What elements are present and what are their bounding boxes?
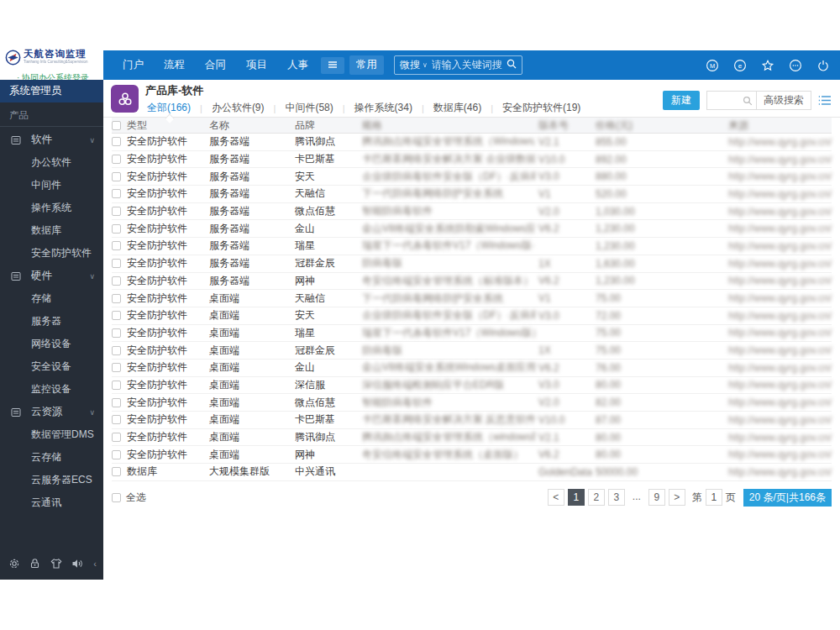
tab-1[interactable]: 办公软件(9): [210, 101, 266, 115]
row-checkbox[interactable]: [112, 207, 121, 216]
nav-item-0[interactable]: 门户: [115, 55, 151, 76]
sidebar-group-2[interactable]: 云资源∨: [0, 401, 103, 423]
table-row[interactable]: 安全防护软件桌面端微点佰慧智能防病毒软件V2.082.00http://www.…: [112, 394, 832, 412]
row-checkbox[interactable]: [112, 433, 121, 442]
page-button-9[interactable]: 9: [648, 489, 665, 506]
table-row[interactable]: 安全防护软件桌面端卡巴斯基卡巴斯基网络安全解决方案 反恶意软件CN（桌面版·KL…: [112, 412, 832, 429]
row-checkbox[interactable]: [112, 363, 121, 372]
sidebar-item-2-2[interactable]: 云服务器ECS: [0, 469, 103, 491]
sidebar-item-2-3[interactable]: 云通讯: [0, 491, 103, 514]
table-row[interactable]: 安全防护软件桌面端安天企业级防病毒软件安全版（DF）·反病毒版V3.072.00…: [112, 307, 832, 325]
table-row[interactable]: 安全防护软件服务器端卡巴斯基卡巴斯基网络安全解决方案 企业级数据中心防护CN.团…: [112, 151, 832, 169]
table-row[interactable]: 安全防护软件服务器端瑞星瑞星下一代杀毒软件V17（Windows版·标准版本）1…: [112, 238, 832, 255]
global-search[interactable]: 微搜∨ 请输入关键词搜: [394, 55, 522, 75]
table-row[interactable]: 安全防护软件桌面端金山金山V8终端安全系统Windows桌面应用版V6.276.…: [112, 360, 832, 377]
settings-gear-icon[interactable]: [8, 558, 20, 570]
row-checkbox[interactable]: [112, 346, 121, 355]
row-checkbox[interactable]: [112, 155, 121, 164]
table-row[interactable]: 安全防护软件桌面端网神奇安信终端安全管理系统（桌面版）V6.280.00http…: [112, 446, 832, 464]
nav-item-4[interactable]: 人事: [280, 55, 316, 76]
new-button[interactable]: 新建: [663, 91, 700, 110]
theme-shirt-icon[interactable]: [50, 558, 62, 570]
row-checkbox[interactable]: [112, 172, 121, 181]
sidebar-item-0-1[interactable]: 中间件: [0, 174, 103, 197]
row-checkbox[interactable]: [112, 241, 121, 250]
tab-3[interactable]: 操作系统(34): [353, 101, 414, 115]
row-checkbox[interactable]: [112, 311, 121, 320]
cell-version: V2.0: [535, 206, 592, 218]
sidebar-item-1-1[interactable]: 服务器: [0, 310, 103, 333]
tab-2[interactable]: 中间件(58): [283, 101, 334, 115]
nav-item-3[interactable]: 项目: [239, 55, 275, 76]
sidebar-item-1-0[interactable]: 存储: [0, 287, 103, 310]
nav-item-2[interactable]: 合同: [197, 55, 234, 76]
table-row[interactable]: 安全防护软件服务器端冠群金辰防病毒版1X1,630.00http://www.q…: [112, 255, 832, 273]
sidebar-group-0[interactable]: 软件∨: [0, 129, 103, 151]
sound-speaker-icon[interactable]: [71, 558, 84, 570]
sidebar-group-1[interactable]: 硬件∨: [0, 265, 103, 287]
favorite-star-icon[interactable]: [761, 59, 774, 72]
table-row[interactable]: 安全防护软件桌面端深信服深信服终端检测响应平台EDR版V3.080.00http…: [112, 377, 832, 395]
row-checkbox[interactable]: [112, 137, 121, 146]
m-app-icon[interactable]: M: [706, 59, 719, 72]
search-input[interactable]: 请输入关键词搜: [432, 58, 502, 72]
collapse-chevron-icon[interactable]: ‹: [93, 559, 97, 569]
table-row[interactable]: 安全防护软件桌面端腾讯御点腾讯御点终端安全管理系统（windows版）V2.1V…: [112, 429, 832, 447]
header-checkbox[interactable]: [112, 121, 121, 130]
page-button-1[interactable]: 1: [568, 489, 585, 506]
table-row[interactable]: 安全防护软件服务器端网神奇安信终端安全管理系统（标准版本）V6.21,230.0…: [112, 273, 832, 291]
row-checkbox[interactable]: [112, 415, 121, 424]
next-page-button[interactable]: >: [669, 489, 685, 506]
page-button-3[interactable]: 3: [608, 489, 625, 506]
filter-search-input[interactable]: [707, 92, 756, 109]
sidebar-item-0-0[interactable]: 办公软件: [0, 151, 103, 174]
sidebar-item-1-4[interactable]: 监控设备: [0, 378, 103, 401]
sidebar-item-1-3[interactable]: 安全设备: [0, 355, 103, 378]
row-checkbox[interactable]: [112, 450, 121, 459]
row-checkbox[interactable]: [112, 276, 121, 286]
jump-page-input[interactable]: 1: [706, 489, 722, 506]
advanced-search-button[interactable]: 高级搜索: [756, 92, 811, 109]
tab-0[interactable]: 全部(166): [145, 101, 192, 115]
table-row[interactable]: 安全防护软件桌面端瑞星瑞星下一代杀毒软件V17（Windows版）75.00ht…: [112, 325, 832, 343]
e-message-icon[interactable]: e: [733, 59, 747, 72]
sidebar-item-0-3[interactable]: 数据库: [0, 219, 103, 242]
row-checkbox[interactable]: [112, 398, 121, 407]
row-checkbox[interactable]: [112, 259, 121, 268]
page-button-2[interactable]: 2: [588, 489, 605, 506]
tab-5[interactable]: 安全防护软件(19): [501, 101, 582, 115]
table-row[interactable]: 安全防护软件服务器端腾讯御点腾讯御点终端安全管理系统（Windows版）V2.1…: [112, 134, 832, 151]
cell-source: http://www.qyrg.gov.cn/t/jrg/: [725, 344, 832, 356]
search-scope-dropdown[interactable]: 微搜∨: [400, 58, 428, 72]
search-icon[interactable]: [507, 59, 517, 71]
page-size-button[interactable]: 20 条/页|共166条: [743, 489, 832, 507]
row-checkbox[interactable]: [112, 328, 121, 338]
table-row[interactable]: 安全防护软件桌面端冠群金辰防病毒版1X75.00http://www.qyrg.…: [112, 342, 832, 360]
row-checkbox[interactable]: [112, 294, 121, 303]
table-row[interactable]: 安全防护软件服务器端微点佰慧智能防病毒软件V2.01,030.00http://…: [112, 203, 832, 221]
nav-more-button[interactable]: [321, 57, 344, 74]
select-all-checkbox[interactable]: [112, 493, 121, 502]
list-view-icon[interactable]: [818, 95, 832, 106]
tab-4[interactable]: 数据库(46): [432, 101, 483, 115]
nav-item-1[interactable]: 流程: [156, 55, 192, 76]
more-dots-icon[interactable]: [789, 59, 802, 72]
sidebar-item-0-4[interactable]: 安全防护软件: [0, 242, 103, 265]
table-row[interactable]: 安全防护软件服务器端金山金山V8终端安全系统防勒索Windows应用版本V6.2…: [112, 220, 832, 238]
row-checkbox[interactable]: [112, 467, 121, 476]
prev-page-button[interactable]: <: [548, 489, 564, 506]
sidebar-item-2-0[interactable]: 数据管理DMS: [0, 423, 103, 446]
table-row[interactable]: 数据库大规模集群版中兴通讯GoldenData s…50000.00http:/…: [112, 464, 832, 481]
sidebar-item-1-2[interactable]: 网络设备: [0, 333, 103, 355]
table-row[interactable]: 安全防护软件服务器端安天企业级防病毒软件安全版（DF）·反病毒防护版V3.088…: [112, 168, 832, 186]
nav-item-pinned[interactable]: 常用: [349, 55, 384, 75]
table-row[interactable]: 安全防护软件服务器端天融信下一代防病毒网络防护安全系统V1520.00http:…: [112, 186, 832, 203]
sidebar-item-0-2[interactable]: 操作系统: [0, 197, 103, 219]
sidebar-item-2-1[interactable]: 云存储: [0, 446, 103, 469]
power-icon[interactable]: [816, 59, 830, 72]
table-row[interactable]: 安全防护软件桌面端天融信下一代防病毒网络防护安全系统V175.00http://…: [112, 290, 832, 307]
row-checkbox[interactable]: [112, 189, 121, 198]
row-checkbox[interactable]: [112, 224, 121, 234]
lock-icon[interactable]: [29, 558, 40, 570]
row-checkbox[interactable]: [112, 381, 121, 390]
